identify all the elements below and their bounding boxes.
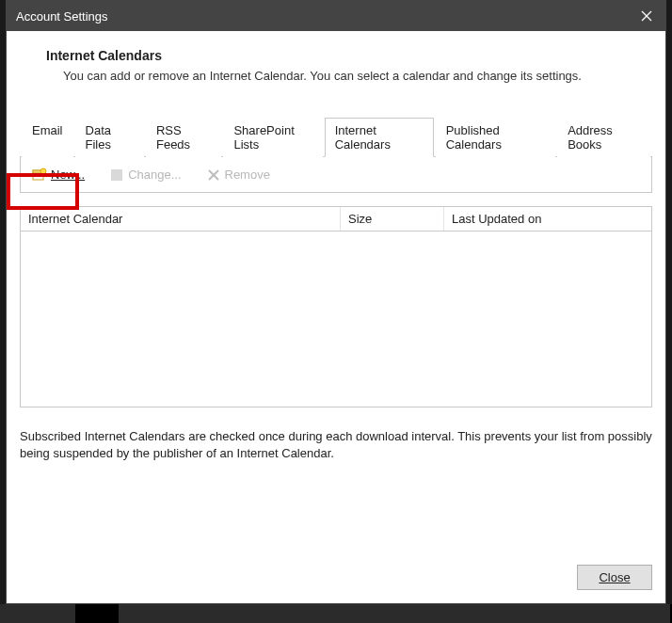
page-subheading: You can add or remove an Internet Calend… bbox=[63, 69, 652, 83]
dialog-content: Internet Calendars You can add or remove… bbox=[7, 31, 665, 603]
column-name[interactable]: Internet Calendar bbox=[21, 207, 341, 231]
change-button: Change... bbox=[104, 165, 186, 185]
tab-published-calendars[interactable]: Published Calendars bbox=[436, 118, 555, 157]
edit-icon bbox=[109, 168, 124, 183]
account-settings-dialog: Account Settings Internet Calendars You … bbox=[6, 0, 666, 604]
tab-data-files[interactable]: Data Files bbox=[75, 118, 144, 157]
remove-button-label: Remove bbox=[225, 168, 270, 182]
calendar-grid: Internet Calendar Size Last Updated on bbox=[20, 206, 652, 407]
change-button-label: Change... bbox=[128, 168, 181, 182]
column-updated[interactable]: Last Updated on bbox=[444, 207, 651, 231]
svg-point-4 bbox=[40, 168, 46, 174]
new-button[interactable]: New... bbox=[26, 165, 90, 185]
remove-button: Remove bbox=[200, 165, 276, 185]
tab-internet-calendars[interactable]: Internet Calendars bbox=[325, 118, 434, 157]
calendar-new-icon bbox=[32, 168, 47, 183]
toolbar: New... Change... Remove bbox=[20, 157, 652, 193]
titlebar: Account Settings bbox=[7, 1, 665, 31]
remove-icon bbox=[206, 168, 221, 183]
info-note: Subscribed Internet Calendars are checke… bbox=[20, 428, 652, 461]
tabs-bar: Email Data Files RSS Feeds SharePoint Li… bbox=[20, 117, 652, 157]
close-button[interactable]: Close bbox=[577, 565, 652, 590]
svg-rect-5 bbox=[111, 169, 122, 181]
dialog-title: Account Settings bbox=[16, 9, 108, 24]
close-icon[interactable] bbox=[628, 1, 665, 31]
page-heading: Internet Calendars bbox=[46, 48, 652, 63]
grid-body bbox=[21, 232, 651, 407]
tab-rss-feeds[interactable]: RSS Feeds bbox=[146, 118, 221, 157]
tab-address-books[interactable]: Address Books bbox=[557, 118, 650, 157]
dialog-footer: Close bbox=[20, 555, 652, 594]
column-size[interactable]: Size bbox=[341, 207, 444, 231]
grid-header: Internet Calendar Size Last Updated on bbox=[21, 207, 651, 232]
new-button-label: New... bbox=[51, 168, 85, 182]
tab-sharepoint-lists[interactable]: SharePoint Lists bbox=[223, 118, 322, 157]
taskbar-fragment bbox=[0, 604, 672, 623]
close-button-label: Close bbox=[599, 570, 630, 584]
tab-email[interactable]: Email bbox=[22, 118, 73, 157]
